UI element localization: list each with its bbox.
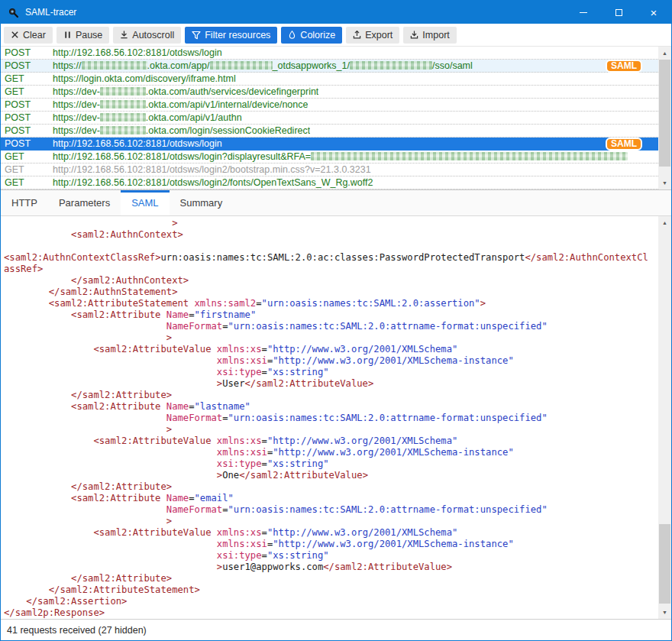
toolbar-button-label: Import [422,30,449,40]
request-method: GET [5,86,53,97]
request-row[interactable]: POSThttps://dev-.okta.com/login/sessionC… [1,125,658,138]
tab-http[interactable]: HTTP [1,190,48,215]
request-row[interactable]: POSThttps://dev-.okta.com/api/v1/interna… [1,99,658,112]
scrollbar-thumb[interactable] [659,524,670,604]
saml-content-pane: > <saml2:AuthnContext> <saml2:AuthnConte… [1,216,671,619]
window-controls: × [566,1,671,24]
request-list-rows: POSThttp://192.168.56.102:8181/otdsws/lo… [1,47,658,189]
minimize-icon [580,12,587,13]
autoscroll-button[interactable]: Autoscroll [113,27,181,44]
request-method: POST [5,60,53,71]
toolbar-button-label: Pause [76,30,102,40]
request-url: https://dev-.okta.com/api/v1/internal/de… [53,99,308,110]
request-row[interactable]: GEThttp://192.168.56.102:8181/otdsws/log… [1,176,658,189]
request-url: https://login.okta.com/discovery/iframe.… [53,73,236,84]
request-url: http://192.168.56.102:8181/otdsws/login?… [53,151,628,162]
redacted-text [350,61,432,70]
request-method: GET [5,164,53,175]
request-method: POST [5,125,53,136]
filter-funnel-icon [192,31,201,40]
clear-x-icon [11,31,19,39]
saml-tracer-logo-icon [8,7,19,18]
request-url: https://dev-.okta.com/auth/services/devi… [53,86,318,97]
request-url: http://192.168.56.102:8181/otdsws/login [53,138,222,149]
status-bar: 41 requests received (27 hidden) [1,619,671,640]
toolbar-button-label: Filter resources [205,30,270,40]
request-url: http://192.168.56.102:8181/otdsws/login2… [53,177,373,188]
export-button[interactable]: Export [346,27,399,44]
saml-badge: SAML [606,138,642,151]
request-method: GET [5,73,53,84]
minimize-button[interactable] [566,1,601,24]
redacted-text [100,100,146,108]
filter-resources-button[interactable]: Filter resources [185,27,277,44]
redacted-text [210,61,273,70]
request-row[interactable]: POSThttp://192.168.56.102:8181/otdsws/lo… [1,47,658,60]
request-row[interactable]: GEThttp://192.168.56.102:8181/otdsws/log… [1,163,658,176]
content-scrollbar[interactable]: ▲ ▼ [658,216,671,619]
window-title: SAML-tracer [25,7,76,18]
import-icon [410,31,418,39]
request-row[interactable]: POSThttps://dev-.okta.com/api/v1/authn [1,112,658,125]
request-url: http://192.168.56.102:8181/otdsws/login [53,47,222,58]
redacted-text [100,87,146,96]
scroll-down-arrow-icon[interactable]: ▼ [658,176,671,189]
redacted-text [311,152,628,160]
colorize-button[interactable]: Colorize [281,27,342,44]
request-row[interactable]: GEThttps://login.okta.com/discovery/ifra… [1,73,658,86]
request-list: POSThttp://192.168.56.102:8181/otdsws/lo… [1,47,671,189]
request-url: https://dev-.okta.com/login/sessionCooki… [53,125,310,136]
request-method: GET [5,151,53,162]
tab-summary[interactable]: Summary [170,190,234,215]
request-row[interactable]: GEThttp://192.168.56.102:8181/otdsws/log… [1,151,658,163]
scroll-down-arrow-icon[interactable]: ▼ [658,606,671,619]
clear-button[interactable]: Clear [4,27,53,44]
request-row[interactable]: POSThttp://192.168.56.102:8181/otdsws/lo… [1,138,658,151]
scrollbar-thumb[interactable] [659,60,670,167]
toolbar-button-label: Autoscroll [132,30,174,40]
close-icon: × [651,7,657,18]
scroll-up-arrow-icon[interactable]: ▲ [658,47,671,60]
request-method: POST [5,47,53,58]
status-text: 41 requests received (27 hidden) [7,625,147,636]
close-button[interactable]: × [636,1,671,24]
toolbar-button-label: Export [365,30,393,40]
request-method: POST [5,112,53,123]
saml-tracer-window: SAML-tracer × ClearPauseAutoscrollFilter… [0,0,672,641]
tab-saml[interactable]: SAML [121,190,169,215]
tab-parameters[interactable]: Parameters [48,190,121,215]
scroll-up-arrow-icon[interactable]: ▲ [658,216,671,229]
toolbar-button-label: Clear [23,30,46,40]
redacted-text [100,126,146,134]
request-method: POST [5,138,53,149]
toolbar: ClearPauseAutoscrollFilter resourcesColo… [1,24,671,47]
titlebar: SAML-tracer × [1,1,671,24]
request-url: https://.okta.com/app/_otdsappworks_1//s… [53,60,473,71]
saml-xml: > <saml2:AuthnContext> <saml2:AuthnConte… [1,216,654,619]
request-method: GET [5,177,53,188]
maximize-icon [615,9,622,16]
saml-badge: SAML [606,60,642,73]
colorize-droplet-icon [288,31,296,39]
request-row[interactable]: POSThttps://.okta.com/app/_otdsappworks_… [1,60,658,73]
pause-button[interactable]: Pause [57,27,109,44]
request-list-scrollbar[interactable]: ▲ ▼ [658,47,671,189]
request-method: POST [5,99,53,110]
autoscroll-down-icon [120,31,128,39]
maximize-button[interactable] [601,1,636,24]
request-url: https://dev-.okta.com/api/v1/authn [53,112,242,123]
import-button[interactable]: Import [403,27,456,44]
toolbar-button-label: Colorize [300,30,335,40]
request-url: http://192.168.56.102:8181/otdsws/login2… [53,164,371,175]
detail-tabs: HTTPParametersSAMLSummary [1,189,671,216]
pause-icon [63,31,72,39]
request-row[interactable]: GEThttps://dev-.okta.com/auth/services/d… [1,86,658,99]
redacted-text [100,113,146,121]
export-icon [353,31,361,39]
redacted-text [82,61,147,70]
